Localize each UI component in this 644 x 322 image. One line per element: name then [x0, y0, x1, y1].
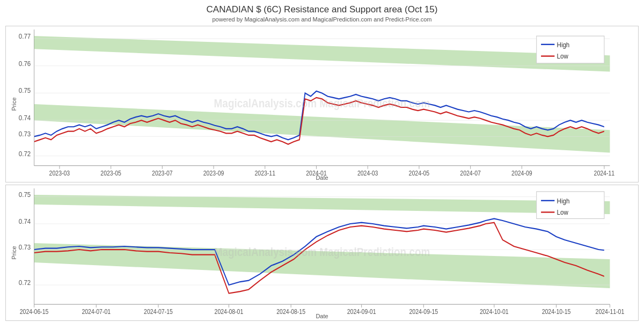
svg-text:2023-05: 2023-05 [100, 170, 121, 177]
svg-text:2024-08-01: 2024-08-01 [215, 308, 244, 315]
svg-text:2024-05: 2024-05 [409, 170, 430, 177]
svg-text:0.72: 0.72 [19, 150, 31, 158]
svg-text:High: High [557, 197, 570, 205]
svg-text:2024-10-01: 2024-10-01 [480, 308, 509, 315]
svg-text:2023-11: 2023-11 [254, 170, 275, 177]
top-chart-x-label: Date [316, 174, 328, 181]
svg-marker-48 [34, 195, 610, 214]
svg-text:2024-06-15: 2024-06-15 [20, 308, 49, 315]
svg-text:2024-11-01: 2024-11-01 [596, 308, 625, 315]
bottom-chart-x-label: Date [316, 313, 328, 319]
svg-text:2023-07: 2023-07 [152, 170, 173, 177]
svg-text:2024-10-15: 2024-10-15 [542, 308, 571, 315]
svg-text:2023-09: 2023-09 [203, 170, 224, 177]
bottom-chart: 0.75 0.74 0.73 0.72 2024-06-15 2024-07-0… [5, 185, 639, 321]
svg-text:2024-07-01: 2024-07-01 [82, 308, 111, 315]
svg-text:2024-07: 2024-07 [460, 170, 481, 177]
subtitle: powered by MagicalAnalysis.com and Magic… [0, 16, 644, 25]
svg-text:MagicalAnalysis.com     Magica: MagicalAnalysis.com MagicalPrediction.co… [214, 97, 430, 109]
page-wrapper: CANADIAN $ (6C) Resistance and Support a… [0, 0, 644, 322]
svg-text:0.76: 0.76 [19, 60, 31, 68]
top-chart: 0.77 0.76 0.75 0.74 0.73 0.72 2023-03 [5, 26, 639, 182]
bottom-chart-y-label: Price [11, 246, 17, 259]
svg-text:0.72: 0.72 [19, 279, 31, 287]
svg-text:2024-11: 2024-11 [594, 170, 615, 177]
svg-text:Low: Low [557, 208, 568, 216]
svg-rect-40 [537, 36, 604, 63]
svg-text:2024-08-15: 2024-08-15 [276, 308, 305, 315]
svg-marker-3 [34, 36, 610, 71]
svg-text:2024-09-15: 2024-09-15 [409, 308, 438, 315]
svg-text:2024-07-15: 2024-07-15 [144, 308, 173, 315]
svg-text:0.73: 0.73 [19, 130, 31, 138]
svg-text:MagicalAnalysis.com     Magica: MagicalAnalysis.com MagicalPrediction.co… [214, 246, 430, 258]
svg-text:Low: Low [557, 53, 569, 61]
svg-rect-79 [537, 192, 604, 218]
svg-text:0.75: 0.75 [19, 191, 31, 199]
svg-text:0.74: 0.74 [19, 114, 31, 122]
charts-area: 0.77 0.76 0.75 0.74 0.73 0.72 2023-03 [0, 25, 644, 322]
svg-text:0.74: 0.74 [19, 217, 31, 225]
svg-text:2024-09: 2024-09 [511, 170, 532, 177]
svg-text:0.77: 0.77 [19, 32, 31, 40]
svg-text:0.75: 0.75 [19, 87, 31, 95]
svg-text:2024-03: 2024-03 [357, 170, 378, 177]
main-title: CANADIAN $ (6C) Resistance and Support a… [0, 0, 644, 16]
svg-text:2023-03: 2023-03 [49, 170, 70, 177]
svg-marker-4 [34, 104, 610, 153]
top-chart-y-label: Price [11, 97, 17, 111]
svg-text:High: High [557, 41, 570, 49]
svg-text:0.73: 0.73 [19, 243, 31, 251]
svg-text:2024-09-01: 2024-09-01 [347, 308, 376, 315]
